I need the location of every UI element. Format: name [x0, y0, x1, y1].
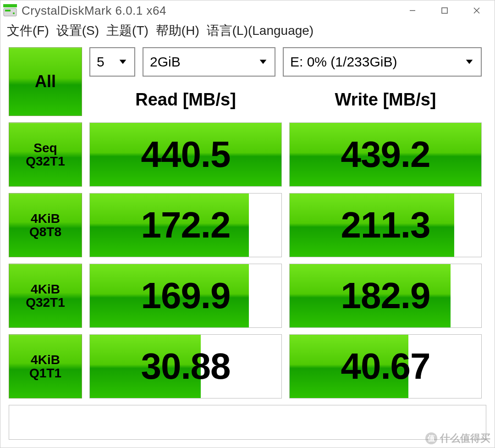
write-seq-q32t1-cell: 439.2 [289, 122, 482, 187]
drive-dropdown-value: E: 0% (1/233GiB) [290, 54, 397, 70]
close-button[interactable] [461, 0, 493, 21]
minimize-button[interactable] [396, 0, 429, 21]
comment-box[interactable] [9, 405, 486, 440]
content: All 5 2GiB E: 0% (1/233GiB) [0, 41, 495, 445]
maximize-button[interactable] [429, 0, 461, 21]
menu-settings[interactable]: 设置(S) [55, 21, 101, 40]
column-header-read: Read [MB/s] [89, 83, 282, 116]
settings-row: 5 2GiB E: 0% (1/233GiB) [89, 47, 482, 77]
svg-rect-2 [5, 10, 11, 11]
run-4kib-q8t8-button[interactable]: 4KiB Q8T8 [9, 193, 82, 257]
read-seq-q32t1-cell: 440.5 [89, 122, 282, 187]
run-seq-q32t1-button[interactable]: Seq Q32T1 [9, 122, 82, 187]
result-value: 169.9 [141, 275, 230, 317]
menu-help[interactable]: 帮助(H) [154, 21, 201, 40]
result-value: 211.3 [341, 204, 430, 246]
menu-language[interactable]: 语言(L)(Language) [205, 21, 315, 40]
menu-file[interactable]: 文件(F) [5, 21, 51, 40]
svg-point-3 [13, 12, 15, 14]
run-4kib-q32t1-button[interactable]: 4KiB Q32T1 [9, 264, 82, 328]
result-value: 439.2 [341, 133, 430, 176]
row-label: Q32T1 [26, 155, 65, 168]
row-label: 4KiB [31, 353, 60, 366]
column-header-write: Write [MB/s] [289, 83, 482, 116]
result-value: 172.2 [141, 204, 230, 246]
titlebar: CrystalDiskMark 6.0.1 x64 [0, 0, 495, 21]
runs-dropdown-value: 5 [97, 54, 104, 70]
row-label: 4KiB [31, 282, 60, 296]
row-label: 4KiB [31, 212, 60, 225]
write-4kib-q8t8-cell: 211.3 [289, 193, 482, 257]
svg-rect-5 [442, 8, 447, 13]
result-value: 40.67 [341, 345, 430, 387]
result-value: 182.9 [341, 275, 430, 317]
result-grid: All 5 2GiB E: 0% (1/233GiB) [9, 47, 486, 398]
row-label: Q32T1 [26, 296, 65, 309]
watermark-text: 什么值得买 [440, 431, 490, 445]
read-4kib-q32t1-cell: 169.9 [89, 264, 282, 328]
read-4kib-q8t8-cell: 172.2 [89, 193, 282, 257]
row-label: Q8T8 [29, 225, 61, 238]
row-label: Q1T1 [29, 366, 61, 380]
watermark-icon: 值 [425, 432, 437, 444]
run-all-button[interactable]: All [9, 47, 82, 116]
chevron-down-icon [258, 54, 268, 70]
row-label: Seq [33, 141, 57, 155]
run-all-label: All [35, 72, 56, 91]
run-4kib-q1t1-button[interactable]: 4KiB Q1T1 [9, 334, 82, 398]
runs-dropdown[interactable]: 5 [89, 47, 135, 77]
result-value: 440.5 [141, 133, 230, 176]
app-window: CrystalDiskMark 6.0.1 x64 文件(F) 设置(S) 主题… [0, 0, 495, 448]
write-4kib-q32t1-cell: 182.9 [289, 264, 482, 328]
menubar: 文件(F) 设置(S) 主题(T) 帮助(H) 语言(L)(Language) [0, 21, 495, 41]
result-value: 30.88 [141, 345, 230, 387]
svg-rect-0 [3, 4, 17, 7]
size-dropdown-value: 2GiB [150, 54, 181, 70]
chevron-down-icon [118, 54, 128, 70]
chevron-down-icon [464, 54, 474, 70]
menu-theme[interactable]: 主题(T) [104, 21, 150, 40]
app-icon [3, 3, 18, 18]
size-dropdown[interactable]: 2GiB [143, 47, 275, 77]
read-4kib-q1t1-cell: 30.88 [89, 334, 282, 398]
write-4kib-q1t1-cell: 40.67 [289, 334, 482, 398]
svg-rect-1 [4, 8, 16, 16]
drive-dropdown[interactable]: E: 0% (1/233GiB) [283, 47, 482, 77]
window-title: CrystalDiskMark 6.0.1 x64 [22, 4, 166, 18]
watermark: 值 什么值得买 [425, 431, 490, 445]
